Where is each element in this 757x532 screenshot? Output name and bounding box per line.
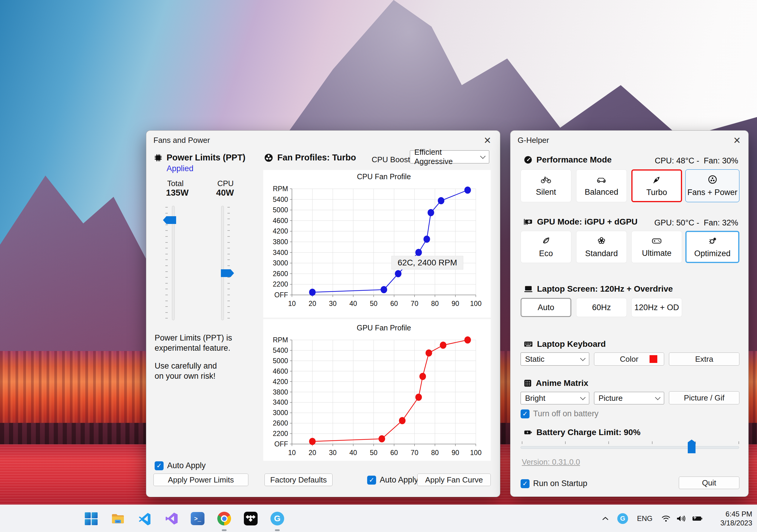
anime-picture-gif-button[interactable]: Picture / Gif: [669, 391, 740, 405]
powershell-icon[interactable]: >_: [191, 512, 205, 526]
tray-g-helper-icon[interactable]: G: [617, 512, 629, 526]
fans-and-power-window: Fans and Power × Power Limits (PPT) Appl…: [146, 130, 500, 497]
gpu-mode-header: GPU Mode: iGPU + dGPU: [524, 217, 638, 227]
auto-apply-power-checkbox-row[interactable]: ✓ Auto Apply: [155, 461, 206, 470]
taskbar: >_ G G ENG: [0, 505, 757, 532]
cpu-fan-profile-chart[interactable]: 102030405060708090100OFF2200260030003400…: [263, 170, 491, 318]
auto-apply-power-label: Auto Apply: [167, 461, 206, 470]
quit-button[interactable]: Quit: [679, 477, 740, 489]
g-helper-window: G-Helper × Performance Mode CPU: 48°C - …: [510, 130, 749, 497]
gpu-standard-button[interactable]: Standard: [576, 231, 627, 263]
svg-text:20: 20: [309, 449, 317, 457]
run-on-startup-label: Run on Startup: [533, 479, 588, 488]
mode-balanced-button[interactable]: Balanced: [576, 169, 627, 202]
volume-icon[interactable]: [674, 512, 688, 526]
vscode-icon[interactable]: [137, 512, 152, 526]
screen-auto-button-selected[interactable]: Auto: [521, 298, 571, 317]
power-limits-header: Power Limits (PPT): [154, 153, 245, 162]
svg-text:100: 100: [470, 300, 481, 307]
svg-text:80: 80: [431, 300, 439, 307]
cpu-boost-select[interactable]: Efficient Aggressive: [410, 150, 489, 163]
svg-text:2200: 2200: [273, 430, 288, 437]
tray-chevron-up-icon[interactable]: [599, 512, 611, 526]
svg-text:2200: 2200: [273, 280, 288, 288]
matrix-icon: [524, 379, 532, 387]
screen-option-label: 60Hz: [592, 303, 611, 312]
svg-text:50: 50: [370, 449, 378, 457]
svg-text:3400: 3400: [273, 249, 288, 257]
turn-off-on-battery-label: Turn off on battery: [533, 409, 598, 418]
powershell-glyph: >_: [194, 515, 201, 522]
total-label: Total: [167, 179, 184, 188]
car-icon: [596, 175, 607, 184]
gpu-eco-button[interactable]: Eco: [521, 231, 571, 263]
checkbox-checked-icon[interactable]: ✓: [155, 461, 164, 470]
performance-gauge-icon: [524, 155, 532, 164]
windows-logo-icon: [85, 512, 98, 525]
svg-text:90: 90: [452, 300, 459, 307]
fan-curve-tooltip: 62C, 2400 RPM: [391, 256, 463, 269]
apply-fan-curve-button[interactable]: Apply Fan Curve: [417, 474, 491, 486]
anime-mode-select[interactable]: Picture: [594, 392, 664, 405]
gpu-fan-profile-chart[interactable]: 102030405060708090100OFF2200260030003400…: [263, 319, 491, 461]
battery-slider-ticks: [522, 441, 739, 444]
gpu-mode-title: GPU Mode: iGPU + dGPU: [537, 217, 638, 227]
close-button[interactable]: ×: [479, 133, 496, 147]
mode-turbo-button-selected[interactable]: Turbo: [631, 169, 682, 202]
checkbox-checked-icon[interactable]: ✓: [521, 479, 530, 488]
battery-tray-icon[interactable]: [690, 512, 705, 526]
svg-text:80: 80: [431, 449, 439, 457]
anime-brightness-select[interactable]: Bright: [521, 392, 589, 405]
chart-canvas[interactable]: 102030405060708090100OFF2200260030003400…: [263, 170, 491, 318]
cpu-slider-track[interactable]: [221, 206, 224, 320]
svg-text:GPU Fan Profile: GPU Fan Profile: [357, 323, 411, 332]
turn-off-on-battery-checkbox-row[interactable]: ✓ Turn off on battery: [521, 409, 598, 418]
version-link[interactable]: Version: 0.31.0.0: [522, 458, 580, 467]
svg-text:3400: 3400: [273, 398, 288, 406]
keyboard-mode-select[interactable]: Static: [521, 352, 589, 366]
mode-label: Fans + Power: [687, 188, 737, 197]
gpu-card-icon: [524, 217, 533, 226]
screen-120hz-od-button[interactable]: 120Hz + OD: [631, 298, 682, 317]
svg-text:2600: 2600: [273, 270, 288, 278]
screen-60hz-button[interactable]: 60Hz: [576, 298, 627, 317]
apply-power-limits-button[interactable]: Apply Power Limits: [153, 474, 248, 486]
chart-canvas[interactable]: 102030405060708090100OFF2200260030003400…: [263, 319, 491, 461]
warning-text-1: Power Limits (PPT) is experimental featu…: [155, 333, 232, 353]
auto-apply-fan-checkbox-row[interactable]: ✓ Auto Apply: [367, 475, 418, 485]
start-button[interactable]: [84, 512, 98, 526]
close-button[interactable]: ×: [729, 133, 745, 147]
g-helper-taskbar-icon[interactable]: G: [270, 512, 285, 526]
tray-clock[interactable]: 6:45 PM 3/18/2023: [720, 510, 752, 527]
chrome-icon[interactable]: [217, 512, 231, 526]
battery-slider-track[interactable]: [521, 446, 739, 449]
svg-text:4600: 4600: [273, 217, 288, 225]
tray-language[interactable]: ENG: [635, 512, 654, 526]
factory-defaults-button[interactable]: Factory Defaults: [264, 474, 333, 486]
wifi-icon[interactable]: [660, 512, 672, 526]
rocket-icon: [652, 175, 661, 184]
svg-text:50: 50: [370, 300, 378, 307]
svg-text:10: 10: [288, 300, 296, 307]
mode-silent-button[interactable]: Silent: [521, 169, 571, 202]
fans-power-nav-button[interactable]: Fans + Power: [685, 169, 740, 202]
tidal-icon[interactable]: [244, 512, 258, 526]
run-on-startup-checkbox-row[interactable]: ✓ Run on Startup: [521, 479, 588, 488]
visual-studio-icon[interactable]: [165, 512, 179, 526]
performance-mode-header: Performance Mode: [524, 155, 612, 165]
svg-text:3000: 3000: [273, 259, 288, 267]
total-slider-thumb[interactable]: [163, 216, 176, 224]
gpu-ultimate-button[interactable]: Ultimate: [631, 231, 682, 263]
svg-text:40: 40: [349, 449, 357, 457]
keyboard-extra-button[interactable]: Extra: [669, 352, 740, 366]
file-explorer-icon[interactable]: [111, 512, 125, 526]
cpu-slider-thumb[interactable]: [221, 269, 234, 277]
svg-text:10: 10: [288, 449, 296, 457]
checkbox-checked-icon[interactable]: ✓: [367, 476, 376, 485]
gpu-optimized-button-selected[interactable]: Optimized: [685, 231, 740, 263]
svg-text:3000: 3000: [273, 409, 288, 417]
battery-slider-thumb[interactable]: [688, 439, 695, 453]
mode-label: Standard: [585, 249, 618, 258]
keyboard-color-button[interactable]: Color: [594, 352, 664, 366]
checkbox-checked-icon[interactable]: ✓: [521, 409, 530, 418]
